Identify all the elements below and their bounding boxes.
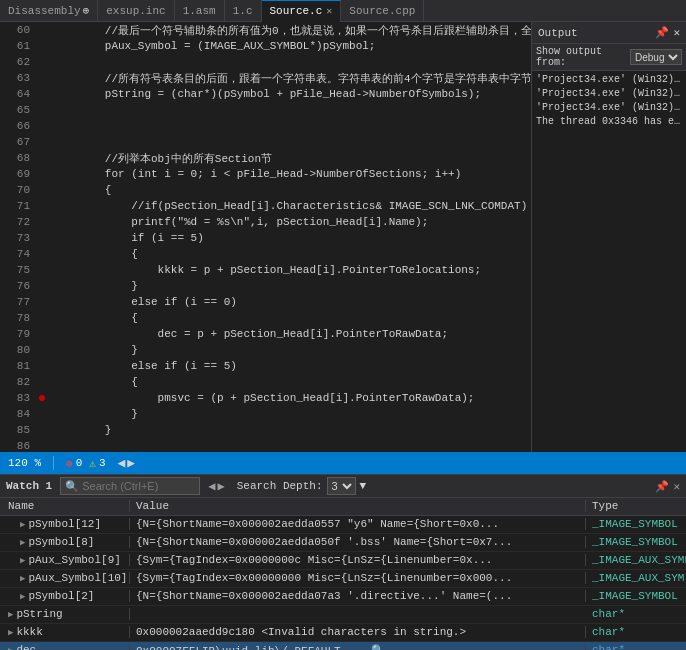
code-line: 66 (0, 118, 531, 134)
tab-1asm[interactable]: 1.asm (175, 0, 225, 22)
watch-row-value: 0x000002aaedd9c180 <Invalid characters i… (130, 626, 586, 638)
search-depth-select[interactable]: 31245 (327, 477, 356, 495)
watch-row-type: _IMAGE_SYMBOL (586, 518, 686, 530)
watch-row-name: ▶ pSymbol[12] (0, 518, 130, 530)
line-number: 71 (0, 200, 36, 212)
tab-close-icon[interactable]: ✕ (326, 5, 332, 17)
code-line: 71 //if(pSection_Head[i].Characteristics… (0, 198, 531, 214)
navigation-arrows: ◀ ▶ (117, 455, 135, 471)
search-depth-dropdown-icon[interactable]: ▼ (360, 480, 367, 492)
watch-row-type: char* (586, 626, 686, 638)
code-scroll[interactable]: 60 //最后一个符号辅助条的所有值为0，也就是说，如果一个符号杀目后跟栏辅助杀… (0, 22, 531, 452)
close-watch-icon[interactable]: ✕ (673, 480, 680, 493)
expand-icon[interactable]: ▶ (8, 645, 13, 650)
code-line: 63 //所有符号表条目的后面，跟着一个字符串表。字符串表的前4个字节是字符串表… (0, 70, 531, 86)
code-line: 74 { (0, 246, 531, 262)
expand-icon[interactable]: ▶ (8, 627, 13, 638)
code-content: pmsvc = (p + pSection_Head[i].PointerToR… (48, 392, 531, 404)
code-content: } (48, 408, 531, 420)
code-line: 79 dec = p + pSection_Head[i].PointerToR… (0, 326, 531, 342)
watch-row[interactable]: ▶ pStringchar* (0, 606, 686, 624)
expand-icon[interactable]: ▶ (8, 609, 13, 620)
tab-sourcecpp[interactable]: Source.cpp (341, 0, 424, 22)
watch-row[interactable]: ▶ pSymbol[8]{N={ShortName=0x000002aedda0… (0, 534, 686, 552)
watch-nav-forward-icon[interactable]: ▶ (217, 479, 224, 494)
watch-title: Watch 1 (6, 480, 52, 492)
watch-row-value: 0x00007FFLIB\uuid.lib\/_DEFAULT... 🔍 (130, 644, 586, 650)
code-content: } (48, 280, 531, 292)
output-line: 'Project34.exe' (Win32): Loaded 'C:\ (536, 101, 682, 115)
watch-row[interactable]: ▶ kkkk0x000002aaedd9c180 <Invalid charac… (0, 624, 686, 642)
code-line: 61 pAux_Symbol = (IMAGE_AUX_SYMBOL*)pSym… (0, 38, 531, 54)
watch-search-box[interactable]: 🔍 (60, 477, 200, 495)
code-line: 69 for (int i = 0; i < pFile_Head->Numbe… (0, 166, 531, 182)
expand-icon[interactable]: ▶ (20, 573, 25, 584)
watch-row-value: {N={ShortName=0x000002aedda050f '.bss' N… (130, 536, 586, 548)
code-content: dec = p + pSection_Head[i].PointerToRawD… (48, 328, 531, 340)
code-content: { (48, 376, 531, 388)
watch-rows: ▶ pSymbol[12]{N={ShortName=0x000002aedda… (0, 516, 686, 650)
line-number: 77 (0, 296, 36, 308)
pin-output-icon[interactable]: 📌 (655, 26, 669, 39)
tab-1c[interactable]: 1.c (225, 0, 262, 22)
watch-row-name: ▶ pSymbol[8] (0, 536, 130, 548)
line-number: 62 (0, 56, 36, 68)
watch-nav-back-icon[interactable]: ◀ (208, 479, 215, 494)
line-number: 75 (0, 264, 36, 276)
expand-icon[interactable]: ▶ (20, 555, 25, 566)
code-line: 81 else if (i == 5) (0, 358, 531, 374)
watch-row-name: ▶ dec (0, 644, 130, 650)
line-number: 74 (0, 248, 36, 260)
code-content: //最后一个符号辅助条的所有值为0，也就是说，如果一个符号杀目后跟栏辅助杀目，全… (48, 23, 531, 38)
watch-row[interactable]: ▶ pAux_Symbol[9]{Sym={TagIndex=0x0000000… (0, 552, 686, 570)
watch-row[interactable]: ▶ pSymbol[2]{N={ShortName=0x000002aedda0… (0, 588, 686, 606)
code-content: for (int i = 0; i < pFile_Head->NumberOf… (48, 168, 531, 180)
output-source-select[interactable]: Debug (630, 49, 682, 65)
watch-row-value: {Sym={TagIndex=0x00000000 Misc={LnSz={Li… (130, 572, 586, 584)
code-content: else if (i == 5) (48, 360, 531, 372)
watch-header: Watch 1 🔍 ◀ ▶ Search Depth: 31245 ▼ 📌 ✕ (0, 475, 686, 498)
code-line: 83● pmsvc = (p + pSection_Head[i].Pointe… (0, 390, 531, 406)
value-action-icon[interactable]: 🔍 (364, 645, 385, 650)
line-number: 83 (0, 392, 36, 404)
pin-watch-icon[interactable]: 📌 (655, 480, 669, 493)
expand-icon[interactable]: ▶ (20, 591, 25, 602)
code-content: { (48, 248, 531, 260)
watch-row-type: char* (586, 608, 686, 620)
watch-row-type: _IMAGE_AUX_SYMBOL (586, 554, 686, 566)
watch-row-type: char* (586, 644, 686, 650)
tab-disassembly[interactable]: Disassembly ⊕ (0, 0, 98, 22)
line-number: 63 (0, 72, 36, 84)
watch-row[interactable]: ▶ pSymbol[12]{N={ShortName=0x000002aedda… (0, 516, 686, 534)
watch-row-type: _IMAGE_AUX_SYM... (586, 572, 686, 584)
line-number: 70 (0, 184, 36, 196)
code-line: 80 } (0, 342, 531, 358)
line-number: 86 (0, 440, 36, 452)
line-number: 64 (0, 88, 36, 100)
output-source-row: Show output from: Debug (532, 44, 686, 71)
tab-sourcec[interactable]: Source.c ✕ (262, 0, 342, 22)
nav-back-icon[interactable]: ◀ (117, 455, 125, 471)
nav-forward-icon[interactable]: ▶ (127, 455, 135, 471)
expand-icon[interactable]: ▶ (20, 519, 25, 530)
watch-row[interactable]: ▶ dec0x00007FFLIB\uuid.lib\/_DEFAULT... … (0, 642, 686, 650)
line-number: 72 (0, 216, 36, 228)
code-content: kkkk = p + pSection_Head[i].PointerToRel… (48, 264, 531, 276)
code-content: pAux_Symbol = (IMAGE_AUX_SYMBOL*)pSymbol… (48, 40, 531, 52)
output-content: 'Project34.exe' (Win32): Loaded 'F:\'Pro… (532, 71, 686, 452)
code-content: //if(pSection_Head[i].Characteristics& I… (48, 200, 531, 212)
code-content: printf("%d = %s\n",i, pSection_Head[i].N… (48, 216, 531, 228)
line-number: 78 (0, 312, 36, 324)
line-number: 61 (0, 40, 36, 52)
line-number: 60 (0, 24, 36, 36)
code-content: } (48, 344, 531, 356)
close-output-icon[interactable]: ✕ (673, 26, 680, 39)
code-line: 72 printf("%d = %s\n",i, pSection_Head[i… (0, 214, 531, 230)
expand-icon[interactable]: ▶ (20, 537, 25, 548)
watch-row[interactable]: ▶ pAux_Symbol[10]{Sym={TagIndex=0x000000… (0, 570, 686, 588)
col-header-name: Name (0, 500, 130, 512)
line-number: 67 (0, 136, 36, 148)
breakpoint-icon[interactable]: ● (38, 390, 46, 406)
tab-exsupinc[interactable]: exsup.inc (98, 0, 174, 22)
search-input[interactable] (82, 480, 172, 492)
